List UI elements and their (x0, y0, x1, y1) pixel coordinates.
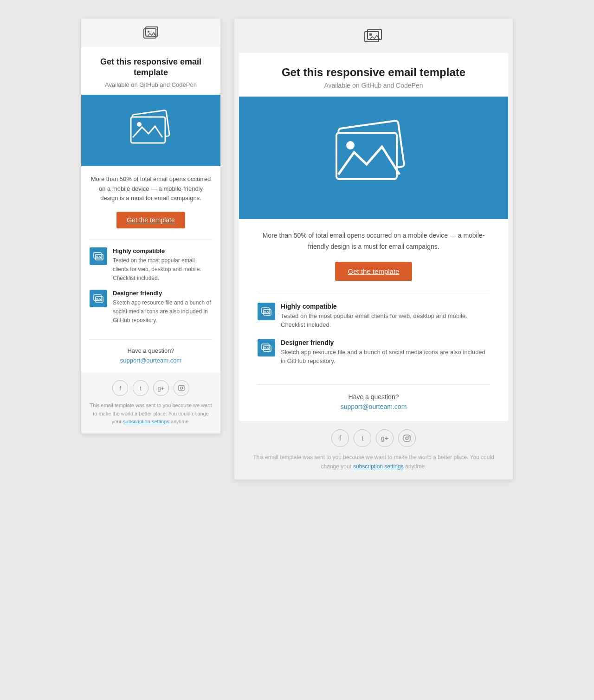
wide-divider-2 (258, 384, 490, 385)
wide-question-section: Have a question? support@ourteam.com (239, 388, 508, 421)
narrow-feature-2-icon-box (90, 290, 107, 307)
narrow-subscription-link[interactable]: subscription settings (123, 419, 169, 424)
narrow-question-label: Have a question? (90, 347, 212, 354)
svg-point-13 (181, 387, 183, 389)
svg-point-11 (97, 298, 98, 299)
narrow-title-section: Get this responsive email template Avail… (81, 47, 220, 88)
narrow-divider-2 (90, 339, 212, 340)
wide-feature-2-text: Designer friendly Sketch app resource fi… (281, 339, 490, 366)
narrow-cta-section: Get the template (81, 210, 220, 237)
narrow-question-section: Have a question? support@ourteam.com (81, 343, 220, 373)
wide-body-text: More than 50% of total email opens occur… (239, 219, 508, 260)
svg-point-23 (265, 311, 266, 312)
svg-rect-27 (404, 435, 410, 441)
wide-footer: f t g+ This email template was sent to y… (234, 421, 513, 480)
narrow-feature-2-text: Designer friendly Sketch app resource fi… (113, 290, 212, 324)
svg-rect-17 (369, 33, 372, 36)
narrow-header (81, 19, 220, 47)
wide-feature-1: Highly compatible Tested on the most pop… (258, 303, 490, 330)
svg-point-8 (97, 256, 98, 257)
wide-email-card: Get this responsive email template Avail… (234, 19, 513, 480)
narrow-feature-1: Highly compatible Tested on the most pop… (90, 247, 212, 282)
narrow-feature-1-icon-box (90, 247, 107, 265)
narrow-feature-2: Designer friendly Sketch app resource fi… (90, 290, 212, 324)
wide-hero-icon (327, 120, 420, 194)
wide-title-section: Get this responsive email template Avail… (239, 53, 508, 89)
wide-header (234, 19, 513, 53)
narrow-support-link[interactable]: support@ourteam.com (120, 357, 181, 364)
svg-point-28 (406, 437, 408, 440)
wide-cta-button[interactable]: Get the template (335, 262, 413, 281)
svg-point-14 (183, 386, 184, 387)
wide-social-icons: f t g+ (253, 429, 494, 447)
header-gallery-icon (142, 26, 160, 41)
svg-point-26 (265, 347, 266, 348)
wide-feature-2-icon (261, 344, 271, 352)
wide-divider-1 (258, 293, 490, 293)
wide-question-label: Have a question? (258, 393, 490, 401)
wide-feature-2: Designer friendly Sketch app resource fi… (258, 339, 490, 366)
narrow-subtitle: Available on GitHub and CodePen (90, 81, 211, 88)
narrow-footer-text: This email template was sent to you beco… (90, 402, 212, 426)
wide-features: Highly compatible Tested on the most pop… (239, 296, 508, 382)
narrow-hero (81, 95, 220, 166)
narrow-social-icons: f t g+ (90, 380, 212, 396)
wide-title: Get this responsive email template (258, 66, 490, 79)
narrow-googleplus-icon[interactable]: g+ (153, 380, 169, 396)
narrow-feature-1-icon (93, 252, 103, 260)
narrow-hero-icon (125, 109, 176, 150)
narrow-cta-button[interactable]: Get the template (116, 212, 185, 228)
svg-point-20 (346, 141, 355, 149)
wide-facebook-icon[interactable]: f (331, 429, 349, 447)
wide-feature-1-text: Highly compatible Tested on the most pop… (281, 303, 490, 330)
narrow-features: Highly compatible Tested on the most pop… (81, 243, 220, 337)
wide-inner: Get this responsive email template Avail… (239, 53, 508, 421)
narrow-feature-1-text: Highly compatible Tested on the most pop… (113, 247, 212, 282)
narrow-facebook-icon[interactable]: f (112, 380, 128, 396)
wide-twitter-icon[interactable]: t (354, 429, 371, 447)
wide-subtitle: Available on GitHub and CodePen (258, 82, 490, 89)
wide-support-link[interactable]: support@ourteam.com (341, 403, 407, 410)
wide-feature-2-icon-box (258, 339, 275, 356)
wide-hero (239, 97, 508, 219)
svg-rect-12 (179, 385, 184, 391)
svg-point-29 (408, 436, 409, 437)
svg-point-5 (137, 122, 142, 127)
narrow-twitter-icon[interactable]: t (133, 380, 148, 396)
svg-rect-15 (365, 32, 379, 42)
narrow-footer: f t g+ This email template was sent to y… (81, 373, 220, 434)
svg-rect-4 (131, 117, 165, 143)
narrow-feature-2-icon (93, 294, 103, 303)
narrow-body-text: More than 50% of total email opens occur… (81, 166, 220, 210)
narrow-title: Get this responsive email template (90, 57, 211, 78)
wide-feature-1-icon-box (258, 303, 275, 320)
wide-header-gallery-icon (363, 28, 384, 45)
wide-feature-1-icon (261, 307, 271, 316)
narrow-instagram-icon[interactable] (174, 380, 189, 396)
narrow-email-card: Get this responsive email template Avail… (81, 19, 220, 434)
wide-subscription-link[interactable]: subscription settings (353, 463, 404, 470)
svg-rect-2 (148, 31, 149, 32)
narrow-divider-1 (90, 240, 212, 240)
wide-instagram-icon[interactable] (398, 429, 416, 447)
wide-cta-section: Get the template (239, 260, 508, 290)
wide-googleplus-icon[interactable]: g+ (376, 429, 394, 447)
wide-footer-text: This email template was sent to you beco… (253, 453, 494, 472)
